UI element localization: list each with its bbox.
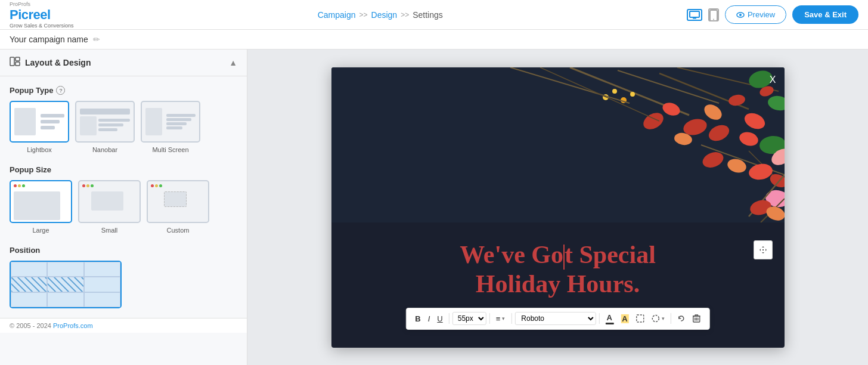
preview-button[interactable]: Preview	[725, 5, 786, 24]
move-handle[interactable]	[754, 240, 773, 259]
pos-bottom-left[interactable]	[11, 292, 47, 307]
border-icon	[636, 314, 644, 323]
popup-type-lightbox[interactable]: Lightbox	[10, 101, 69, 153]
desktop-view-icon[interactable]	[687, 9, 702, 21]
pos-bottom-right[interactable]	[84, 292, 120, 307]
campaign-name-text: Your campaign name	[10, 35, 88, 44]
svg-rect-8	[16, 57, 20, 61]
pos-bottom-center[interactable]	[47, 292, 83, 307]
position-grid[interactable]	[10, 261, 122, 308]
pos-top-center[interactable]	[47, 262, 83, 277]
border-button[interactable]	[633, 313, 647, 324]
sidebar: Layout & Design ▲ Popup Type ?	[0, 50, 247, 365]
crop-icon	[652, 314, 660, 323]
toolbar-divider-4	[599, 313, 599, 324]
nav-campaign[interactable]: Campaign	[318, 10, 356, 20]
font-size-select[interactable]: 55px 12px 14px 18px 24px 32px 40px 48px …	[452, 312, 486, 325]
layout-design-section-header: Layout & Design ▲	[0, 50, 247, 76]
edit-campaign-name-icon[interactable]: ✏	[93, 35, 100, 44]
logo-text: Picreel	[10, 7, 74, 23]
underline-button[interactable]: U	[434, 313, 445, 325]
popup-headline[interactable]: We've Got SpecialHoliday Hours.	[460, 240, 656, 299]
svg-rect-1	[693, 18, 696, 19]
popup-type-help-icon[interactable]: ?	[56, 86, 65, 95]
proprofs-link[interactable]: ProProfs.com	[53, 322, 93, 329]
toolbar-divider-5	[671, 313, 671, 324]
popup-size-label: Popup Size	[10, 165, 237, 174]
svg-rect-9	[16, 62, 20, 66]
text-color-button[interactable]: A	[602, 311, 616, 326]
svg-rect-47	[637, 315, 644, 322]
nav-sep1: >>	[359, 11, 368, 19]
logo: ProProfs Picreel Grow Sales & Conversion…	[10, 1, 74, 29]
pos-top-left[interactable]	[11, 262, 47, 277]
italic-button[interactable]: I	[425, 313, 433, 325]
text-cursor	[563, 245, 565, 270]
multiscreen-card[interactable]	[141, 101, 200, 143]
crop-chevron: ▾	[662, 315, 665, 321]
custom-size-card[interactable]	[147, 180, 209, 223]
popup-type-nanobar[interactable]: Nanobar	[75, 101, 135, 153]
svg-point-48	[652, 315, 659, 322]
svg-rect-0	[690, 11, 699, 17]
large-label: Large	[32, 227, 49, 234]
pos-middle-center[interactable]	[47, 277, 83, 292]
size-small[interactable]: Small	[78, 180, 141, 234]
copyright-text: © 2005 - 2024	[10, 322, 53, 329]
collapse-section-icon[interactable]: ▲	[229, 58, 237, 67]
sidebar-footer: © 2005 - 2024 ProProfs.com	[0, 318, 247, 333]
nav-settings: Settings	[413, 10, 443, 20]
custom-label: Custom	[167, 227, 190, 234]
main-area: Layout & Design ▲ Popup Type ?	[0, 50, 868, 365]
svg-rect-10	[331, 67, 785, 222]
lightbox-card[interactable]	[10, 101, 69, 143]
toolbar-divider-3	[511, 313, 512, 324]
section-title-text: Layout & Design	[25, 58, 91, 67]
popup-text-area: We've Got SpecialHoliday Hours.	[331, 222, 785, 311]
font-family-select[interactable]: Roboto Arial Georgia Times New Roman Ver…	[514, 312, 596, 325]
save-exit-button[interactable]: Save & Exit	[792, 5, 858, 24]
campaign-name-bar: Your campaign name ✏	[0, 30, 868, 50]
svg-point-39	[630, 92, 635, 97]
svg-point-4	[713, 18, 714, 20]
delete-button[interactable]	[690, 313, 703, 324]
nav-sep2: >>	[401, 11, 409, 19]
top-navigation: ProProfs Picreel Grow Sales & Conversion…	[0, 0, 868, 30]
svg-rect-7	[10, 57, 14, 66]
nav-design[interactable]: Design	[371, 10, 398, 20]
preview-area: X	[247, 50, 868, 365]
logo-tagline: Grow Sales & Conversions	[10, 23, 74, 29]
svg-rect-46	[762, 249, 764, 250]
lightbox-label: Lightbox	[27, 146, 52, 153]
highlight-color-button[interactable]: A	[618, 313, 631, 325]
large-size-card[interactable]	[10, 180, 72, 223]
proprofs-label: ProProfs	[10, 1, 30, 7]
popup-type-grid: Lightbox	[10, 101, 237, 153]
popup-preview: X	[331, 67, 785, 348]
mobile-view-icon[interactable]	[708, 8, 719, 21]
leaves-decoration	[331, 67, 785, 222]
nanobar-label: Nanobar	[92, 146, 117, 153]
multiscreen-label: Multi Screen	[152, 146, 188, 153]
svg-point-37	[612, 89, 617, 94]
popup-type-multiscreen[interactable]: Multi Screen	[141, 101, 200, 153]
pos-top-right[interactable]	[84, 262, 120, 277]
small-size-card[interactable]	[78, 180, 141, 223]
bold-button[interactable]: B	[412, 313, 423, 325]
undo-button[interactable]	[674, 313, 689, 324]
align-button[interactable]: ≡ ▾	[493, 313, 509, 325]
size-custom[interactable]: Custom	[147, 180, 209, 234]
toolbar-divider-2	[489, 313, 490, 324]
nanobar-card[interactable]	[75, 101, 135, 143]
svg-point-6	[739, 14, 742, 16]
size-large[interactable]: Large	[10, 180, 72, 234]
popup-background-image	[331, 67, 785, 222]
popup-close-button[interactable]: X	[770, 75, 776, 85]
crop-button[interactable]: ▾	[649, 313, 668, 324]
pos-middle-right[interactable]	[84, 277, 120, 292]
popup-type-label: Popup Type ?	[10, 86, 237, 95]
undo-icon	[677, 314, 686, 323]
layout-icon	[10, 57, 20, 69]
align-chevron: ▾	[502, 315, 505, 321]
pos-middle-left[interactable]	[11, 277, 47, 292]
